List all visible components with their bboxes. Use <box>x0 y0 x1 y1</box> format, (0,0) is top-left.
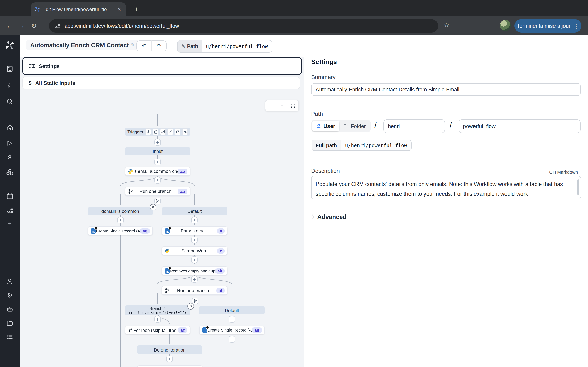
add-item-plus-icon[interactable]: + <box>0 220 20 227</box>
folders-icon[interactable] <box>0 319 20 327</box>
undo-button[interactable]: ↶ <box>136 40 151 51</box>
input-node[interactable]: Input <box>125 147 190 155</box>
remove-branch-button[interactable] <box>187 303 194 309</box>
email-trigger-icon[interactable] <box>175 128 181 135</box>
step-node-create-record-2[interactable]: TS Create Single Record (Airtable) an <box>199 326 265 334</box>
schedule-trigger-icon[interactable] <box>153 128 158 135</box>
new-tab-button[interactable]: + <box>131 4 141 14</box>
flow-graph-panel: Settings $ All Static Inputs + − <box>20 57 304 367</box>
folder-toggle-button[interactable]: Folder <box>339 121 370 131</box>
runs-play-icon[interactable]: ▷ <box>0 139 20 146</box>
add-branch-button[interactable] <box>192 298 199 304</box>
branch-header-domain-is-common[interactable]: domain is common <box>88 207 153 215</box>
chrome-update-button[interactable]: Terminer la mise à jour ⋮ <box>515 19 581 33</box>
resources-cubes-icon[interactable] <box>0 168 20 176</box>
step-node-for-loop[interactable]: For loop (skip failures) ac <box>125 326 190 334</box>
do-one-iteration-node[interactable]: Do one iteration <box>137 345 202 354</box>
branch-header-branch-1[interactable]: Branch 1 results.c.some((x)=>x!="") <box>125 305 190 315</box>
routes-icon[interactable] <box>0 207 20 215</box>
undo-redo-group: ↶ ↷ <box>136 40 167 51</box>
owner-input[interactable] <box>383 119 445 133</box>
add-step-button[interactable] <box>191 236 198 243</box>
webhook-trigger-icon[interactable] <box>145 128 151 135</box>
add-step-button[interactable] <box>154 159 161 165</box>
step-node-scrape-web[interactable]: Scrape Web c <box>162 246 227 255</box>
branch-plus-icon <box>156 199 160 203</box>
add-step-button[interactable] <box>191 217 198 224</box>
add-branch-button[interactable] <box>154 198 161 204</box>
flow-title-text: Automatically Enrich CRM Contact <box>30 42 129 48</box>
back-icon[interactable]: ← <box>3 22 16 30</box>
triggers-bar[interactable]: Triggers <box>125 128 190 136</box>
branch-label: Default <box>187 209 202 214</box>
variables-dollar-icon[interactable]: $ <box>0 154 20 161</box>
bookmark-star-icon[interactable]: ☆ <box>444 21 449 29</box>
redo-button[interactable]: ↷ <box>151 40 167 51</box>
step-id-badge: ac <box>178 327 187 333</box>
profile-avatar[interactable] <box>500 20 511 31</box>
add-step-button[interactable] <box>117 217 124 224</box>
tab-close-icon[interactable]: ✕ <box>116 6 122 13</box>
step-node-openai[interactable]: ✻ Open AI to tell if relevant result ae <box>137 365 203 367</box>
header-path-chip[interactable]: ✎ Path u/henri/powerful_flow <box>177 40 272 53</box>
url-text: app.windmill.dev/flows/edit/u/henri/powe… <box>65 23 179 29</box>
step-node-run-one-branch-2[interactable]: Run one branch al <box>162 286 227 295</box>
add-step-button[interactable] <box>191 276 198 283</box>
step-node-is-email[interactable]: Is email a common one? ao <box>125 167 190 176</box>
chrome-menu-kebab-icon[interactable]: ⋮ <box>573 23 579 29</box>
home-icon[interactable] <box>0 124 20 131</box>
flow-title[interactable]: Automatically Enrich CRM Contact ✎ <box>26 40 139 50</box>
browser-tab[interactable]: Edit Flow u/henri/powerful_flo ✕ <box>31 2 126 16</box>
add-step-button[interactable] <box>191 257 198 263</box>
branch-label: Default <box>225 308 239 313</box>
advanced-section-toggle[interactable]: Advanced <box>311 213 346 220</box>
step-node-removes-empty[interactable]: TS Removes empty and duplicates ak <box>162 266 227 275</box>
schedules-calendar-icon[interactable] <box>0 192 20 200</box>
add-step-button[interactable] <box>229 316 235 323</box>
websocket-trigger-icon[interactable] <box>167 128 173 135</box>
flow-name-input[interactable] <box>458 119 581 133</box>
zoom-out-button[interactable]: − <box>277 100 287 111</box>
add-step-button[interactable] <box>154 316 161 323</box>
step-id-badge: ak <box>215 268 225 273</box>
branch-header-default-1[interactable]: Default <box>162 207 227 215</box>
add-step-button[interactable] <box>154 139 161 146</box>
edit-title-pencil-icon[interactable]: ✎ <box>130 42 135 48</box>
windmill-logo[interactable] <box>0 40 20 50</box>
step-label: Is email a common one? <box>133 169 178 174</box>
add-step-button[interactable] <box>229 336 235 342</box>
favorites-star-icon[interactable]: ☆ <box>0 81 20 90</box>
fit-view-button[interactable] <box>287 100 298 111</box>
description-textarea[interactable]: Populate your CRM contacts' details from… <box>311 176 581 199</box>
settings-gear-icon[interactable]: ⚙ <box>0 292 20 299</box>
user-toggle-button[interactable]: User <box>312 121 339 131</box>
workspace-icon[interactable] <box>0 65 20 73</box>
route-trigger-icon[interactable] <box>160 128 166 135</box>
branch-header-default-2[interactable]: Default <box>199 306 265 314</box>
step-node-parses-email[interactable]: TS Parses email a <box>162 226 227 235</box>
forward-icon[interactable]: → <box>16 22 28 30</box>
poll-trigger-icon[interactable] <box>182 128 188 135</box>
typescript-deno-icon: TS <box>164 268 170 273</box>
typescript-deno-icon: TS <box>164 228 170 234</box>
workers-robot-icon[interactable] <box>0 305 20 313</box>
summary-input[interactable] <box>311 83 581 96</box>
user-icon <box>316 123 321 129</box>
branch-label: domain is common <box>102 209 139 214</box>
expand-sidebar-arrow-icon[interactable]: → <box>0 354 20 361</box>
path-pencil-icon: ✎ <box>181 44 185 49</box>
add-step-button[interactable] <box>154 177 161 184</box>
reload-icon[interactable]: ↻ <box>28 22 40 30</box>
add-step-button[interactable] <box>166 356 173 362</box>
site-settings-icon[interactable] <box>55 23 61 29</box>
remove-branch-button[interactable] <box>150 204 156 210</box>
step-node-create-record-1[interactable]: TS Create Single Record (Airtable) aq <box>88 226 153 235</box>
search-icon[interactable] <box>0 98 20 105</box>
users-person-icon[interactable] <box>0 278 20 285</box>
step-node-run-one-branch-1[interactable]: Run one branch ap <box>125 187 190 196</box>
textarea-scrollbar[interactable] <box>577 179 579 195</box>
triggers-label: Triggers <box>127 129 143 134</box>
zoom-in-button[interactable]: + <box>265 100 277 111</box>
logs-list-icon[interactable] <box>0 333 20 341</box>
url-bar[interactable]: app.windmill.dev/flows/edit/u/henri/powe… <box>49 19 438 33</box>
